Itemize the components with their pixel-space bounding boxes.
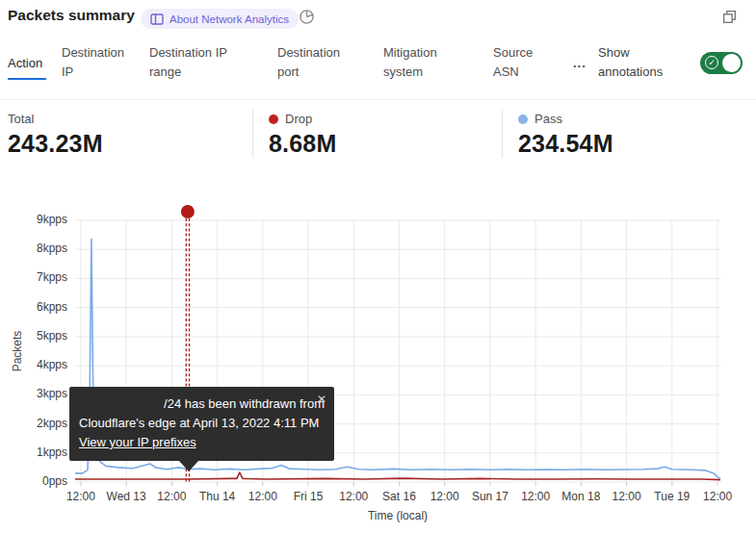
y-axis-tick-label: 3kpps — [0, 387, 67, 400]
annotation-marker-dot[interactable] — [181, 205, 195, 218]
y-axis-tick-label: 5kpps — [0, 329, 67, 343]
about-badge-label: About Network Analytics — [169, 13, 289, 25]
page-title: Packets summary — [8, 7, 135, 24]
toggle-knob — [722, 54, 741, 72]
close-icon[interactable]: ✕ — [317, 390, 326, 409]
stat-pass-value: 234.54M — [518, 130, 751, 158]
y-axis-tick-label: 6kpps — [0, 300, 67, 314]
about-network-analytics-badge[interactable]: About Network Analytics — [141, 9, 299, 29]
y-axis-tick-label: 0pps — [0, 474, 67, 488]
y-axis-tick-label: 4kpps — [0, 358, 67, 371]
dimension-tabs: Action Destination IP Destination IP ran… — [8, 43, 743, 82]
y-axis-tick-label: 9kpps — [0, 213, 67, 226]
tab-destination-ip[interactable]: Destination IP — [62, 43, 133, 82]
more-tabs-ellipsis-icon[interactable]: ... — [573, 56, 587, 70]
tab-action[interactable]: Action — [8, 45, 46, 80]
tooltip-caret — [179, 461, 198, 471]
stat-total-value: 243.23M — [8, 130, 252, 158]
y-axis-tick-label: 2kpps — [0, 417, 67, 430]
pie-chart-icon[interactable] — [299, 9, 315, 25]
expand-panel-icon[interactable] — [721, 9, 738, 25]
tab-destination-ip-range[interactable]: Destination IP range — [149, 43, 257, 82]
drop-legend-dot — [269, 114, 278, 124]
stat-pass-label: Pass — [534, 112, 562, 126]
y-axis-tick-label: 1kpps — [0, 445, 67, 459]
tab-mitigation-system[interactable]: Mitigation system — [383, 43, 470, 82]
show-annotations-label: Show annotations — [598, 43, 683, 82]
stat-drop: Drop 8.68M — [252, 109, 502, 158]
y-axis-tick-label: 8kpps — [0, 242, 67, 255]
tab-source-asn[interactable]: Source ASN — [493, 43, 551, 82]
stat-pass: Pass 234.54M — [502, 109, 751, 158]
stat-drop-label: Drop — [285, 112, 312, 126]
pass-legend-dot — [518, 114, 528, 124]
book-icon — [150, 13, 164, 25]
x-axis-tick-label: 12:00 — [689, 490, 746, 503]
stat-drop-value: 8.68M — [269, 130, 502, 158]
stat-total-label: Total — [8, 112, 34, 126]
tab-destination-port[interactable]: Destination port — [277, 43, 362, 82]
annotation-text-line2: Cloudflare's edge at April 13, 2022 4:11… — [79, 414, 325, 433]
packets-summary-panel: Packets summary About Network Analytics … — [0, 0, 756, 534]
view-ip-prefixes-link[interactable]: View your IP prefixes — [79, 433, 196, 452]
x-axis-title: Time (local) — [75, 509, 720, 522]
annotation-tooltip: ✕ /24 has been withdrawn from Cloudflare… — [69, 387, 334, 461]
summary-stats-row: Total 243.23M Drop 8.68M Pass 234.54M — [0, 99, 756, 158]
stat-total: Total 243.23M — [8, 109, 252, 158]
check-icon: ✓ — [705, 56, 718, 69]
annotation-text-line1: /24 has been withdrawn from — [79, 394, 325, 414]
show-annotations-toggle[interactable]: ✓ — [700, 52, 743, 74]
y-axis-tick-label: 7kpps — [0, 270, 67, 284]
